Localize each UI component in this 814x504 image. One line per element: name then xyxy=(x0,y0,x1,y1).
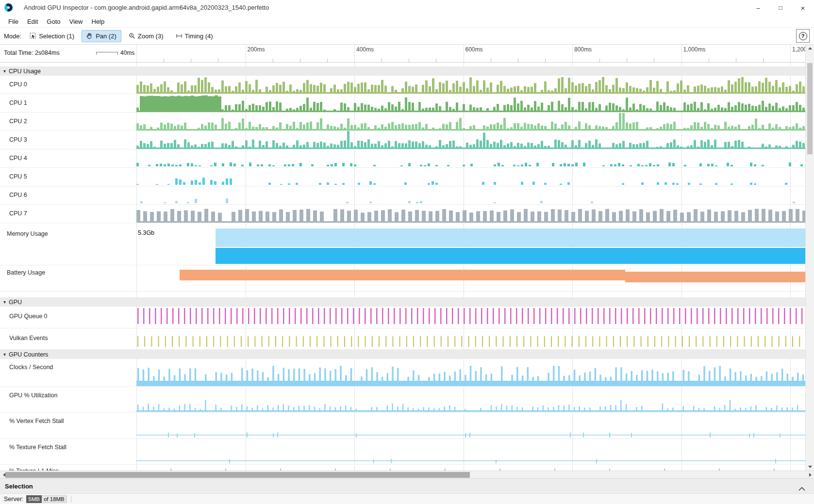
track-chart-cpu-7[interactable] xyxy=(136,205,805,223)
section-header-gpu-counters[interactable]: ▾GPU Counters xyxy=(0,350,805,359)
ruler-minor-tick xyxy=(627,59,627,62)
status-divider xyxy=(71,496,71,503)
help-question-icon: ? xyxy=(799,32,807,40)
menu-goto[interactable]: Goto xyxy=(42,16,65,27)
track-label-cpu-3[interactable]: CPU 3 xyxy=(9,136,27,143)
track-row-clocks-per-second: Clocks / Second xyxy=(0,359,805,387)
section-label-gpu: GPU xyxy=(9,299,22,306)
scroll-right-arrow-icon[interactable] xyxy=(806,471,814,479)
track-row-vulkan-events: Vulkan Events xyxy=(0,328,805,350)
track-label-vertex-fetch-stall[interactable]: % Vertex Fetch Stall xyxy=(9,418,64,424)
mode-label: Mode: xyxy=(4,33,21,40)
track-chart-cpu-4[interactable] xyxy=(136,149,805,167)
track-label-cpu-6[interactable]: CPU 6 xyxy=(9,192,27,198)
track-chart-texture-fetch-stall[interactable] xyxy=(136,439,805,464)
track-chart-memory-usage[interactable] xyxy=(136,227,805,265)
ruler-minor-tick xyxy=(654,59,654,62)
ruler-time-label: 800ms xyxy=(574,46,592,53)
horizontal-scrollbar[interactable] xyxy=(0,471,814,478)
timing-mode-label: Timing (4) xyxy=(185,33,213,40)
ruler-minor-tick xyxy=(436,59,436,62)
track-row-cpu-7: CPU 7 xyxy=(0,205,805,223)
pan-mode-label: Pan (2) xyxy=(96,33,116,40)
track-chart-cpu-5[interactable] xyxy=(136,168,805,186)
horizontal-scrollbar-thumb[interactable] xyxy=(5,472,470,478)
track-label-cpu-1[interactable]: CPU 1 xyxy=(9,99,27,106)
track-label-cpu-5[interactable]: CPU 5 xyxy=(9,173,27,180)
track-label-cpu-4[interactable]: CPU 4 xyxy=(9,155,27,162)
track-chart-gpu-utilization[interactable] xyxy=(136,387,805,412)
minimize-button[interactable]: – xyxy=(747,0,769,16)
ruler-minor-tick xyxy=(164,59,164,62)
track-chart-cpu-6[interactable] xyxy=(136,186,805,204)
track-label-battery-usage[interactable]: Battery Usage xyxy=(7,269,45,276)
track-label-gpu-queue-0[interactable]: GPU Queue 0 xyxy=(9,313,48,320)
zoom-mode-label: Zoom (3) xyxy=(138,33,164,40)
track-chart-battery-usage[interactable] xyxy=(136,265,805,291)
selection-mode-button[interactable]: Selection (1) xyxy=(25,30,79,42)
section-label-gpu-counters: GPU Counters xyxy=(9,351,48,358)
ruler-time-label: 600ms xyxy=(465,46,483,53)
ruler-minor-tick xyxy=(763,59,764,62)
collapse-panel-caret-icon[interactable] xyxy=(798,484,805,493)
section-header-cpu-usage[interactable]: ▾CPU Usage xyxy=(0,66,805,76)
ruler-minor-tick xyxy=(191,59,191,62)
track-chart-vulkan-events[interactable] xyxy=(136,328,805,349)
zoom-mode-button[interactable]: Zoom (3) xyxy=(124,30,168,42)
track-row-gpu-utilization: GPU % Utilization xyxy=(0,387,805,413)
collapse-triangle-icon: ▾ xyxy=(3,299,6,305)
timeline-ruler[interactable]: 200ms400ms600ms800ms1,000ms1,200ms Total… xyxy=(0,45,814,63)
track-label-gpu-utilization[interactable]: GPU % Utilization xyxy=(9,392,57,399)
timing-bracket-icon xyxy=(176,33,183,39)
window-title: Android GPU Inspector - com.google.andro… xyxy=(24,4,269,11)
vertical-scrollbar-thumb[interactable] xyxy=(807,63,813,154)
menu-view[interactable]: View xyxy=(65,16,87,27)
scroll-up-arrow-icon[interactable] xyxy=(806,45,814,52)
track-chart-cpu-0[interactable] xyxy=(136,76,805,94)
track-chart-cpu-2[interactable] xyxy=(136,113,805,130)
track-chart-vertex-fetch-stall[interactable] xyxy=(136,413,805,439)
track-row-cpu-2: CPU 2 xyxy=(0,113,805,131)
app-logo-icon xyxy=(4,3,13,12)
vertical-scrollbar[interactable] xyxy=(805,45,814,471)
ruler-minor-tick xyxy=(545,59,546,62)
pan-mode-button[interactable]: Pan (2) xyxy=(82,30,121,42)
ruler-minor-tick xyxy=(382,59,382,62)
section-label-cpu-usage: CPU Usage xyxy=(9,68,41,75)
section-header-gpu[interactable]: ▾GPU xyxy=(0,297,805,307)
track-row-texture-fetch-stall: % Texture Fetch Stall xyxy=(0,439,805,465)
maximize-button[interactable]: □ xyxy=(769,0,792,16)
track-label-memory-usage[interactable]: Memory Usage xyxy=(7,230,48,237)
menu-help[interactable]: Help xyxy=(87,16,109,27)
track-label-clocks-per-second[interactable]: Clocks / Second xyxy=(9,364,53,371)
track-label-cpu-0[interactable]: CPU 0 xyxy=(9,81,27,88)
selection-panel-header[interactable]: Selection xyxy=(0,478,814,493)
ruler-minor-tick xyxy=(736,59,736,62)
help-button[interactable]: ? xyxy=(796,29,810,43)
track-chart-cpu-1[interactable] xyxy=(136,94,805,112)
track-label-cpu-2[interactable]: CPU 2 xyxy=(9,118,27,125)
track-chart-gpu-queue-0[interactable] xyxy=(136,307,805,328)
collapse-triangle-icon: ▾ xyxy=(3,68,6,74)
selection-icon xyxy=(30,33,36,39)
ruler-minor-tick xyxy=(599,59,600,62)
track-row-texture-l1-miss: % Texture L1 Miss xyxy=(0,465,805,471)
ruler-minor-tick xyxy=(518,59,518,62)
scale-value-label: 40ms xyxy=(120,49,134,56)
ruler-minor-tick xyxy=(327,59,328,62)
menu-file[interactable]: File xyxy=(4,16,23,27)
selection-panel-title: Selection xyxy=(5,483,33,490)
track-label-vulkan-events[interactable]: Vulkan Events xyxy=(9,335,48,341)
menu-edit[interactable]: Edit xyxy=(23,16,42,27)
close-button[interactable]: × xyxy=(792,0,814,16)
track-label-cpu-7[interactable]: CPU 7 xyxy=(9,210,27,217)
timing-mode-button[interactable]: Timing (4) xyxy=(171,30,218,42)
selection-mode-label: Selection (1) xyxy=(39,33,74,40)
track-label-texture-fetch-stall[interactable]: % Texture Fetch Stall xyxy=(9,444,66,451)
track-chart-clocks-per-second[interactable] xyxy=(136,359,805,387)
track-chart-cpu-3[interactable] xyxy=(136,131,805,149)
total-time-label: Total Time: 2s084ms xyxy=(4,49,60,56)
track-row-cpu-4: CPU 4 xyxy=(0,149,805,168)
scroll-down-arrow-icon[interactable] xyxy=(806,463,814,471)
track-chart-texture-l1-miss[interactable] xyxy=(136,465,805,471)
